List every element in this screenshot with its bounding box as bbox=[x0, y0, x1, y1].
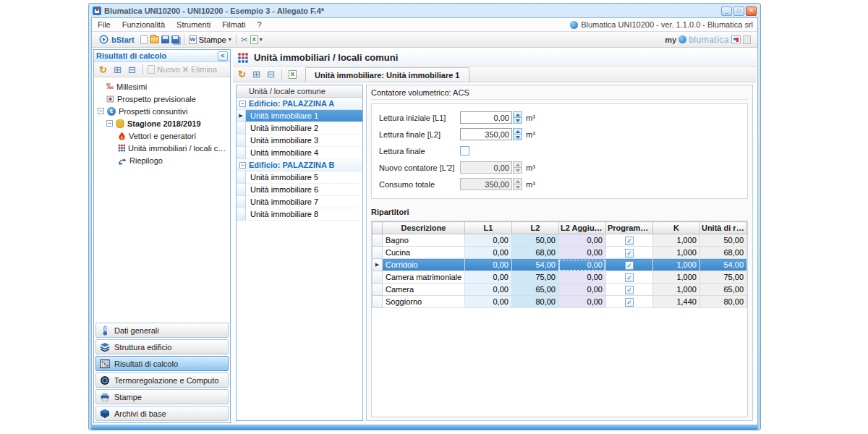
col-l2-aggiuntivo[interactable]: L2 Aggiuntivo bbox=[558, 222, 605, 234]
lettura-iniziale-input[interactable]: 0,00 bbox=[460, 111, 512, 124]
row-selector bbox=[237, 196, 246, 208]
save-all-button[interactable] bbox=[171, 35, 179, 43]
menu-bar: File Funzionalità Strumenti Filmati ? Bl… bbox=[92, 18, 757, 32]
list-item-unita-8[interactable]: Unità immobiliare 8 bbox=[237, 208, 362, 221]
nav-dati-generali[interactable]: Dati generali bbox=[95, 323, 229, 338]
collapse-node-icon[interactable]: − bbox=[106, 120, 113, 127]
tree-item-stagione[interactable]: − Stagione 2018/2019 bbox=[94, 117, 230, 129]
expand-all-button[interactable]: ⊞ bbox=[111, 64, 124, 76]
menu-help[interactable]: ? bbox=[252, 18, 268, 31]
list-item-unita-1[interactable]: ▶ Unità immobiliare 1 bbox=[237, 110, 362, 122]
nav-termoregolazione[interactable]: Termoregolazione e Computo bbox=[95, 373, 229, 388]
screenshot-stage: Blumatica UNI10200 - UNI10200 - Esempio … bbox=[0, 0, 868, 434]
col-k[interactable]: K bbox=[652, 222, 699, 234]
tree-item-prospetto-previsionale[interactable]: Prospetto previsionale bbox=[94, 93, 230, 105]
programmato-checkbox[interactable]: ✓ bbox=[625, 237, 634, 245]
maximize-button[interactable]: □ bbox=[733, 7, 744, 16]
tab-unita-immobiliare-1[interactable]: Unità immobiliare: Unità immobiliare 1 bbox=[305, 67, 469, 82]
tree-item-millesimi[interactable]: ‰ Millesimi bbox=[94, 80, 230, 93]
list-item-unita-7[interactable]: Unità immobiliare 7 bbox=[237, 196, 362, 208]
table-row-camera-matrimoniale[interactable]: Camera matrimoniale 0,00 75,00 0,00 ✓ 1,… bbox=[373, 271, 747, 284]
nuovo-button[interactable]: Nuovo bbox=[148, 64, 180, 76]
table-row-corridoio[interactable]: ▶ Corridoio 0,00 54,00 0,00 ✓ 1,000 54,0… bbox=[373, 259, 747, 271]
col-l1[interactable]: L1 bbox=[464, 222, 511, 234]
window-title: Blumatica UNI10200 - UNI10200 - Esempio … bbox=[104, 7, 718, 15]
field-label: Nuovo contatore [L'2] bbox=[379, 163, 460, 172]
field-label: Lettura iniziale [L1] bbox=[379, 114, 460, 122]
list-item-unita-4[interactable]: Unità immobiliare 4 bbox=[237, 147, 362, 159]
new-document-button[interactable] bbox=[140, 35, 148, 44]
tree-item-vettori-generatori[interactable]: Vettori e generatori bbox=[94, 129, 230, 142]
stampe-button[interactable]: W Stampe ▾ bbox=[189, 35, 231, 44]
list-item-unita-2[interactable]: Unità immobiliare 2 bbox=[237, 122, 362, 135]
table-row-soggiorno[interactable]: Soggiorno 0,00 80,00 0,00 ✓ 1,440 80,00 bbox=[373, 296, 747, 308]
col-l2[interactable]: L2 bbox=[511, 222, 558, 234]
nav-stampe[interactable]: Stampe bbox=[95, 389, 229, 404]
table-header-row: Descrizione L1 L2 L2 Aggiuntivo Programm… bbox=[373, 222, 747, 234]
save-button[interactable] bbox=[161, 35, 169, 43]
unit-list-panel: Unità / locale comune − Edificio: PALAZZ… bbox=[236, 85, 363, 421]
menu-strumenti[interactable]: Strumenti bbox=[171, 18, 216, 31]
col-programmato[interactable]: Programmato bbox=[605, 222, 652, 234]
refresh-icon: ↻ bbox=[238, 69, 246, 80]
open-folder-icon bbox=[150, 36, 159, 43]
contatore-fields: Lettura iniziale [L1] 0,00 m³ Lettura fi… bbox=[371, 103, 748, 199]
excel-export-button[interactable]: X ▾ bbox=[250, 35, 263, 44]
refresh-button[interactable]: ↻ bbox=[236, 68, 248, 80]
list-group-palazzina-a[interactable]: − Edificio: PALAZZINA A bbox=[237, 98, 362, 110]
dots-grid-icon bbox=[118, 144, 125, 152]
list-item-unita-6[interactable]: Unità immobiliare 6 bbox=[237, 184, 362, 196]
contatore-section-title: Contatore volumetrico: ACS bbox=[371, 85, 748, 100]
list-item-unita-3[interactable]: Unità immobiliare 3 bbox=[237, 135, 362, 147]
minimize-button[interactable]: _ bbox=[721, 7, 732, 16]
menu-filmati[interactable]: Filmati bbox=[216, 18, 251, 31]
nav-risultati-di-calcolo[interactable]: Risultati di calcolo bbox=[95, 356, 229, 371]
open-button[interactable] bbox=[150, 36, 159, 43]
refresh-button[interactable]: ↻ bbox=[97, 64, 109, 76]
collapse-group-icon[interactable]: − bbox=[239, 101, 246, 107]
table-row-camera[interactable]: Camera 0,00 65,00 0,00 ✓ 1,000 65,00 bbox=[373, 284, 747, 296]
sidebar-title: Risultati di calcolo bbox=[96, 51, 166, 60]
excel-export-button[interactable]: X bbox=[286, 68, 299, 80]
programmato-checkbox[interactable]: ✓ bbox=[625, 249, 634, 258]
row-selector bbox=[237, 122, 246, 135]
menu-file[interactable]: File bbox=[92, 18, 116, 31]
layers-icon bbox=[100, 342, 110, 352]
bstart-button[interactable]: bStart bbox=[95, 34, 138, 45]
new-document-icon bbox=[140, 35, 148, 44]
collapse-node-icon[interactable]: − bbox=[98, 108, 104, 114]
lettura-finale-checkbox[interactable] bbox=[460, 146, 469, 156]
programmato-checkbox[interactable]: ✓ bbox=[625, 286, 634, 294]
tree-item-riepilogo[interactable]: Riepilogo bbox=[94, 154, 230, 166]
list-item-unita-5[interactable]: Unità immobiliare 5 bbox=[237, 171, 362, 184]
spinner-control[interactable] bbox=[513, 128, 522, 140]
notes-icon[interactable] bbox=[743, 35, 751, 44]
delete-icon: ✕ bbox=[182, 65, 189, 75]
spinner-control[interactable] bbox=[513, 111, 522, 124]
close-button[interactable]: ✕ bbox=[746, 7, 757, 16]
programmato-checkbox[interactable]: ✓ bbox=[625, 261, 634, 270]
elimina-button[interactable]: ✕ Elimina bbox=[182, 64, 217, 76]
table-row-cucina[interactable]: Cucina 0,00 68,00 0,00 ✓ 1,000 68,00 bbox=[373, 247, 747, 259]
menu-funzionalita[interactable]: Funzionalità bbox=[116, 18, 171, 31]
brand-name-label: blumatica bbox=[689, 35, 729, 45]
collapse-group-icon[interactable]: − bbox=[239, 162, 246, 169]
expand-all-button[interactable]: ⊞ bbox=[250, 68, 263, 80]
row-selector bbox=[373, 284, 383, 296]
tree-item-unita-immobiliari[interactable]: Unità immobiliari / locali comuni bbox=[94, 142, 230, 154]
collapse-all-button[interactable]: ⊟ bbox=[265, 68, 277, 80]
nav-struttura-edificio[interactable]: Struttura edificio bbox=[95, 339, 229, 354]
programmato-checkbox[interactable]: ✓ bbox=[625, 298, 634, 307]
table-row-bagno[interactable]: Bagno 0,00 50,00 0,00 ✓ 1,000 50,00 bbox=[373, 234, 747, 247]
collapse-panel-button[interactable]: < bbox=[218, 51, 228, 61]
list-group-palazzina-b[interactable]: − Edificio: PALAZZINA B bbox=[237, 159, 362, 171]
nav-archivi-di-base[interactable]: Archivi di base bbox=[95, 406, 229, 421]
col-unita-ripartizione[interactable]: Unità di ripartizione ... bbox=[699, 222, 746, 234]
programmato-checkbox[interactable]: ✓ bbox=[625, 273, 634, 282]
account-card-icon[interactable] bbox=[731, 35, 741, 43]
collapse-all-button[interactable]: ⊟ bbox=[126, 64, 138, 76]
col-descrizione[interactable]: Descrizione bbox=[383, 222, 465, 234]
tree-item-prospetti-consuntivi[interactable]: − € Prospetti consuntivi bbox=[94, 105, 230, 117]
cut-button[interactable]: ✂ bbox=[241, 35, 248, 44]
lettura-finale-input[interactable]: 350,00 bbox=[460, 128, 512, 140]
